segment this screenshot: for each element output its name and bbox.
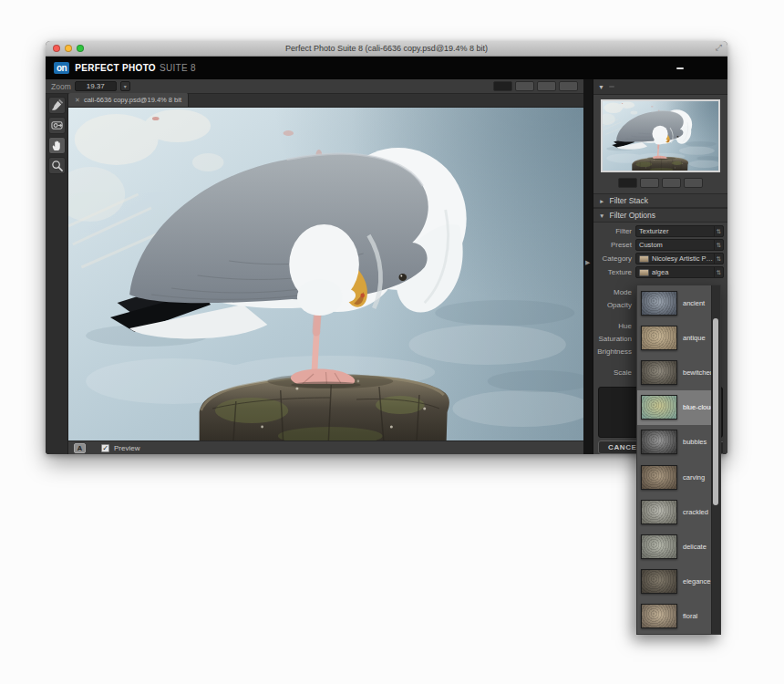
filter-options-header[interactable]: ▼ Filter Options bbox=[593, 208, 727, 223]
canvas-stack: ✕ cali-6636 copy.psd@19.4% 8 bit A ✓ Pre… bbox=[68, 94, 583, 454]
zoom-window-button[interactable] bbox=[77, 45, 84, 52]
zoom-preset-button[interactable] bbox=[640, 178, 659, 188]
texture-option[interactable]: bewitched bbox=[637, 355, 711, 389]
stepper-icon[interactable]: ⇅ bbox=[714, 267, 723, 277]
option-thumbnail-icon bbox=[639, 269, 649, 276]
option-select[interactable]: algea ⇅ bbox=[635, 266, 724, 278]
filter-option-row: Filter Texturizer ⇅ bbox=[593, 225, 724, 237]
texture-name: floral bbox=[683, 612, 697, 620]
tool-palette bbox=[46, 94, 68, 454]
tab-close-icon[interactable]: ✕ bbox=[75, 97, 80, 104]
stepper-icon[interactable]: ⇅ bbox=[714, 240, 723, 250]
option-value: Nicolesy Artistic Photo bbox=[649, 254, 714, 263]
texture-name: blue-cloud bbox=[683, 403, 715, 411]
panel-tab[interactable] bbox=[639, 86, 645, 88]
texture-option[interactable]: antique bbox=[637, 320, 711, 355]
seagull-photo bbox=[68, 108, 583, 440]
option-select[interactable]: Nicolesy Artistic Photo ⇅ bbox=[635, 253, 724, 264]
canvas-column: Zoom 19.37 ▾ bbox=[46, 79, 583, 454]
zoom-preset-button[interactable] bbox=[618, 178, 637, 188]
panel-tab[interactable] bbox=[629, 86, 634, 88]
image-canvas[interactable] bbox=[68, 108, 583, 440]
panel-tabbar: ▼ bbox=[593, 79, 727, 95]
texture-name: bewitched bbox=[683, 368, 714, 377]
filter-stack-header[interactable]: ► Filter Stack bbox=[593, 193, 727, 208]
stepper-icon[interactable]: ⇅ bbox=[714, 226, 723, 236]
module-nav bbox=[629, 67, 719, 69]
texture-option[interactable]: floral bbox=[637, 599, 711, 634]
option-thumbnail-icon bbox=[639, 255, 649, 263]
zoom-presets bbox=[493, 81, 578, 91]
hand-tool[interactable] bbox=[48, 137, 66, 154]
canvas-row: ✕ cali-6636 copy.psd@19.4% 8 bit A ✓ Pre… bbox=[46, 94, 583, 454]
texture-option[interactable]: blue-cloud bbox=[637, 390, 711, 425]
preview-label: Preview bbox=[114, 444, 139, 452]
texture-thumbnail bbox=[641, 360, 677, 385]
panel-tab[interactable] bbox=[609, 86, 614, 88]
document-tabbar: ✕ cali-6636 copy.psd@19.4% 8 bit bbox=[68, 94, 583, 108]
navigator-thumbnail[interactable] bbox=[601, 99, 720, 172]
app-window: Perfect Photo Suite 8 (cali-6636 copy.ps… bbox=[46, 41, 727, 454]
option-select[interactable]: Texturizer ⇅ bbox=[635, 225, 724, 237]
masking-bug-tool[interactable] bbox=[48, 117, 66, 134]
zoom-preset-button[interactable] bbox=[559, 81, 578, 91]
before-after-toggle[interactable]: A bbox=[74, 443, 86, 453]
main-content: Zoom 19.37 ▾ bbox=[46, 79, 727, 454]
option-select[interactable]: Custom ⇅ bbox=[635, 239, 724, 251]
texture-thumbnail bbox=[641, 465, 677, 490]
collapse-right-icon: ► bbox=[599, 198, 604, 204]
module-nav-item[interactable] bbox=[676, 67, 684, 69]
zoom-preset-button[interactable] bbox=[684, 178, 703, 188]
filter-options-label: Filter Options bbox=[609, 211, 655, 220]
zoom-dropdown-icon[interactable]: ▾ bbox=[120, 81, 130, 91]
texture-option[interactable]: carving bbox=[637, 460, 711, 494]
texture-name: antique bbox=[683, 334, 706, 342]
mac-titlebar: Perfect Photo Suite 8 (cali-6636 copy.ps… bbox=[46, 41, 727, 57]
zoom-preset-button[interactable] bbox=[493, 81, 512, 91]
texture-name: carving bbox=[683, 473, 705, 482]
zoom-preset-button[interactable] bbox=[537, 81, 556, 91]
option-value: Custom bbox=[636, 241, 714, 249]
texture-option[interactable]: delicate bbox=[637, 529, 711, 564]
magnifier-icon bbox=[51, 160, 63, 171]
fullscreen-icon[interactable]: ⤢ bbox=[716, 44, 722, 52]
texture-option[interactable]: ancient bbox=[637, 285, 711, 320]
dropdown-scrollbar-thumb[interactable] bbox=[713, 318, 718, 505]
texture-name: ancient bbox=[683, 299, 705, 307]
texture-option[interactable]: elegance bbox=[637, 565, 711, 599]
panel-tabbar-collapse-icon[interactable]: ▼ bbox=[598, 84, 604, 90]
adjustment-label: Opacity bbox=[593, 301, 635, 309]
document-tab[interactable]: ✕ cali-6636 copy.psd@19.4% 8 bit bbox=[68, 93, 189, 107]
texture-option[interactable]: bubbles bbox=[637, 425, 711, 460]
minimize-window-button[interactable] bbox=[65, 45, 72, 52]
filter-option-row: Preset Custom ⇅ bbox=[593, 239, 724, 251]
zoom-toolbar: Zoom 19.37 ▾ bbox=[46, 79, 583, 94]
panel-tabs bbox=[609, 86, 645, 88]
option-label: Texture bbox=[593, 268, 635, 276]
panel-divider[interactable]: ▶ bbox=[583, 79, 593, 454]
window-controls bbox=[53, 45, 84, 52]
panel-tab[interactable] bbox=[619, 86, 624, 88]
seagull-thumbnail bbox=[603, 101, 718, 171]
zoom-preset-button[interactable] bbox=[662, 178, 681, 188]
app-name: PERFECT PHOTO bbox=[75, 63, 156, 73]
panel-collapse-icon[interactable]: ▶ bbox=[585, 259, 590, 265]
masking-brush-tool[interactable] bbox=[48, 97, 66, 114]
option-label: Category bbox=[593, 254, 635, 263]
texture-thumbnail bbox=[641, 569, 677, 594]
texture-option[interactable]: crackled bbox=[637, 494, 711, 529]
option-value: algea bbox=[649, 268, 714, 276]
zoom-value-field[interactable]: 19.37 bbox=[75, 81, 117, 91]
tab-label: cali-6636 copy.psd@19.4% 8 bit bbox=[84, 96, 181, 104]
texture-thumbnail bbox=[641, 291, 677, 316]
filter-option-row: Texture algea ⇅ bbox=[593, 266, 724, 278]
preview-checkbox[interactable]: ✓ bbox=[101, 444, 109, 452]
on1-logo: on bbox=[54, 62, 69, 74]
close-window-button[interactable] bbox=[53, 45, 60, 52]
zoom-tool[interactable] bbox=[48, 157, 66, 174]
option-label: Preset bbox=[593, 241, 635, 249]
texture-dropdown-menu: ancient antique bewitched blue-cloud bub… bbox=[636, 285, 721, 635]
stepper-icon[interactable]: ⇅ bbox=[714, 254, 723, 264]
filter-option-rows: Filter Texturizer ⇅ Preset Custom ⇅ bbox=[593, 223, 727, 281]
zoom-preset-button[interactable] bbox=[515, 81, 534, 91]
